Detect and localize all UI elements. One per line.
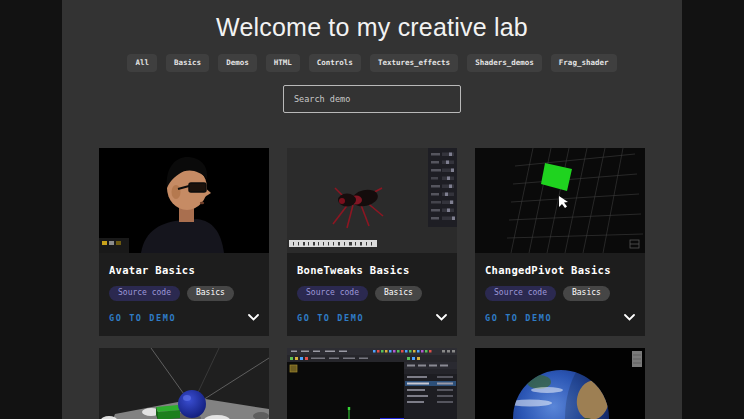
editor-scene-thumbnail xyxy=(287,348,457,419)
chevron-down-icon[interactable] xyxy=(624,314,635,321)
pivot-grid-thumbnail xyxy=(475,148,645,253)
source-code-tag[interactable]: Source code xyxy=(109,286,180,301)
chevron-down-icon[interactable] xyxy=(436,314,447,321)
card-partial-box-sphere xyxy=(99,348,269,419)
avatar-3d-thumbnail xyxy=(99,148,269,253)
ant-bones-thumbnail xyxy=(287,148,457,253)
cta-row: GO TO DEMO xyxy=(99,301,269,336)
filter-demos[interactable]: Demos xyxy=(218,54,257,72)
demo-card-grid: Avatar Basics Source code Basics GO TO D… xyxy=(99,148,645,419)
source-code-tag[interactable]: Source code xyxy=(485,286,556,301)
go-to-demo-link[interactable]: GO TO DEMO xyxy=(485,313,552,323)
screenshot-stage: Welcome to my creative lab All Basics De… xyxy=(0,0,744,419)
search-input[interactable] xyxy=(283,85,461,113)
tag-row: Source code Basics xyxy=(99,276,269,301)
filter-all[interactable]: All xyxy=(127,54,157,72)
card-title: BoneTweaks Basics xyxy=(287,253,457,276)
box-sphere-scene-thumbnail xyxy=(99,348,269,419)
creative-lab-page: Welcome to my creative lab All Basics De… xyxy=(62,0,682,419)
card-title: ChangedPivot Basics xyxy=(475,253,645,276)
filter-controls[interactable]: Controls xyxy=(309,54,361,72)
card-changedpivot-basics: ChangedPivot Basics Source code Basics G… xyxy=(475,148,645,336)
card-title: Avatar Basics xyxy=(99,253,269,276)
earth-globe-thumbnail xyxy=(475,348,645,419)
search-bar xyxy=(62,85,682,113)
tag-row: Source code Basics xyxy=(287,276,457,301)
filter-basics[interactable]: Basics xyxy=(166,54,209,72)
tag-row: Source code Basics xyxy=(475,276,645,301)
card-partial-editor xyxy=(287,348,457,419)
cta-row: GO TO DEMO xyxy=(475,301,645,336)
filter-html[interactable]: HTML xyxy=(266,54,300,72)
source-code-tag[interactable]: Source code xyxy=(297,286,368,301)
category-tag: Basics xyxy=(563,286,610,301)
go-to-demo-link[interactable]: GO TO DEMO xyxy=(297,313,364,323)
chevron-down-icon[interactable] xyxy=(248,314,259,321)
filter-bar: All Basics Demos HTML Controls Textures_… xyxy=(62,54,682,72)
category-tag: Basics xyxy=(375,286,422,301)
card-bonetweaks-basics: BoneTweaks Basics Source code Basics GO … xyxy=(287,148,457,336)
card-partial-earth xyxy=(475,348,645,419)
filter-shaders-demos[interactable]: Shaders_demos xyxy=(467,54,542,72)
filter-textures-effects[interactable]: Textures_effects xyxy=(370,54,458,72)
cta-row: GO TO DEMO xyxy=(287,301,457,336)
filter-frag-shader[interactable]: Frag_shader xyxy=(551,54,617,72)
page-title: Welcome to my creative lab xyxy=(62,0,682,42)
card-avatar-basics: Avatar Basics Source code Basics GO TO D… xyxy=(99,148,269,336)
go-to-demo-link[interactable]: GO TO DEMO xyxy=(109,313,176,323)
category-tag: Basics xyxy=(187,286,234,301)
